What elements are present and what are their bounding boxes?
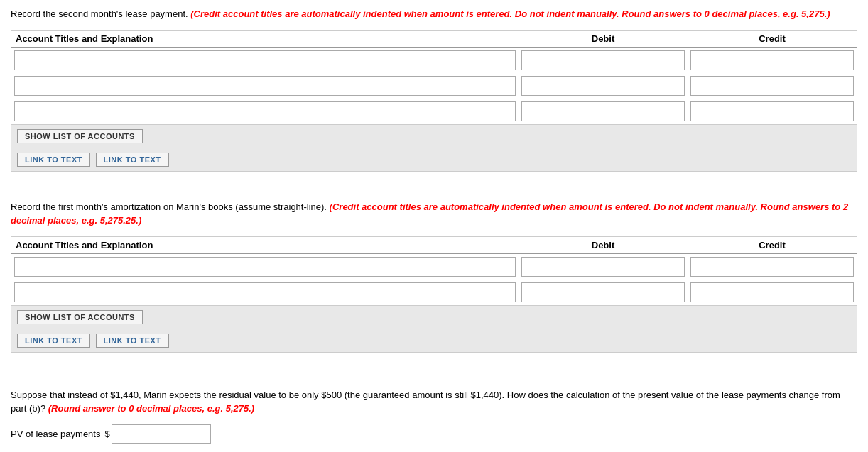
pv-input-wrapper (112, 424, 211, 444)
row-3-credit-cell (688, 99, 857, 124)
section-1-link-to-text-button-2[interactable]: LINK TO TEXT (96, 153, 169, 167)
row-1-account-input[interactable] (14, 50, 516, 70)
row-3-account-input[interactable] (14, 101, 516, 121)
section-2-instruction: Record the first month's amortization on… (11, 200, 857, 228)
section-2: Record the first month's amortization on… (11, 200, 857, 353)
section-3-instruction-italic: (Round answer to 0 decimal places, e.g. … (48, 403, 254, 414)
row-3-debit-input[interactable] (521, 101, 685, 121)
pv-label: PV of lease payments (11, 429, 100, 439)
s2-row-1-credit-cell (688, 253, 857, 280)
row-2-account-input[interactable] (14, 76, 516, 96)
pv-dollar-sign: $ (104, 429, 109, 439)
section-1-table: Account Titles and Explanation Debit Cre… (11, 31, 857, 124)
s2-row-1-credit-input[interactable] (690, 257, 854, 277)
s2-row-1-account-cell (11, 253, 519, 280)
s2-row-2-credit-input[interactable] (690, 282, 854, 302)
s2-row-2-debit-input[interactable] (521, 282, 685, 302)
section-divider-2 (11, 367, 857, 381)
section-1-show-accounts-button[interactable]: SHOW LIST OF ACCOUNTS (17, 129, 143, 143)
table-row (11, 253, 857, 280)
row-3-credit-input[interactable] (690, 101, 854, 121)
section-1-instruction-italic: (Credit account titles are automatically… (190, 9, 830, 19)
section-2-col-account-header: Account Titles and Explanation (11, 237, 519, 254)
row-1-credit-cell (688, 47, 857, 73)
s2-row-2-account-input[interactable] (14, 282, 516, 302)
section-1-show-accounts-bar: SHOW LIST OF ACCOUNTS (11, 124, 857, 148)
section-2-col-credit-header: Credit (688, 237, 857, 254)
section-2-show-accounts-bar: SHOW LIST OF ACCOUNTS (11, 305, 857, 329)
section-1-instruction: Record the second month's lease payment.… (11, 7, 857, 21)
row-2-debit-cell (519, 73, 688, 99)
section-2-link-to-text-button-2[interactable]: LINK TO TEXT (96, 334, 169, 348)
row-2-credit-cell (688, 73, 857, 99)
table-row (11, 47, 857, 73)
row-2-debit-input[interactable] (521, 76, 685, 96)
section-2-show-accounts-button[interactable]: SHOW LIST OF ACCOUNTS (17, 310, 143, 324)
section-1-links-bar: LINK TO TEXT LINK TO TEXT (11, 148, 857, 172)
row-1-debit-input[interactable] (521, 50, 685, 70)
section-1-col-account-header: Account Titles and Explanation (11, 31, 519, 48)
row-1-account-cell (11, 47, 519, 73)
section-1-table-wrapper: Account Titles and Explanation Debit Cre… (11, 30, 857, 124)
section-1-col-credit-header: Credit (688, 31, 857, 48)
row-1-debit-cell (519, 47, 688, 73)
section-2-table: Account Titles and Explanation Debit Cre… (11, 237, 857, 305)
section-3: Suppose that instead of $1,440, Marin ex… (11, 388, 857, 444)
table-row (11, 73, 857, 99)
table-row (11, 280, 857, 305)
section-1: Record the second month's lease payment.… (11, 7, 857, 172)
s2-row-2-credit-cell (688, 280, 857, 305)
section-2-col-debit-header: Debit (519, 237, 688, 254)
section-3-instruction: Suppose that instead of $1,440, Marin ex… (11, 388, 857, 416)
s2-row-1-debit-cell (519, 253, 688, 280)
section-1-instruction-normal: Record the second month's lease payment. (11, 9, 188, 19)
section-2-instruction-normal: Record the first month's amortization on… (11, 202, 327, 212)
table-row (11, 99, 857, 124)
row-3-debit-cell (519, 99, 688, 124)
s2-row-1-account-input[interactable] (14, 257, 516, 277)
section-divider-1 (11, 186, 857, 200)
row-2-account-cell (11, 73, 519, 99)
s2-row-2-account-cell (11, 280, 519, 305)
section-2-links-bar: LINK TO TEXT LINK TO TEXT (11, 329, 857, 353)
pv-row: PV of lease payments $ (11, 424, 857, 444)
row-2-credit-input[interactable] (690, 76, 854, 96)
pv-value-input[interactable] (112, 424, 211, 444)
section-1-link-to-text-button-1[interactable]: LINK TO TEXT (17, 153, 90, 167)
s2-row-1-debit-input[interactable] (521, 257, 685, 277)
section-2-link-to-text-button-1[interactable]: LINK TO TEXT (17, 334, 90, 348)
s2-row-2-debit-cell (519, 280, 688, 305)
section-1-col-debit-header: Debit (519, 31, 688, 48)
section-2-table-wrapper: Account Titles and Explanation Debit Cre… (11, 236, 857, 305)
row-1-credit-input[interactable] (690, 50, 854, 70)
row-3-account-cell (11, 99, 519, 124)
